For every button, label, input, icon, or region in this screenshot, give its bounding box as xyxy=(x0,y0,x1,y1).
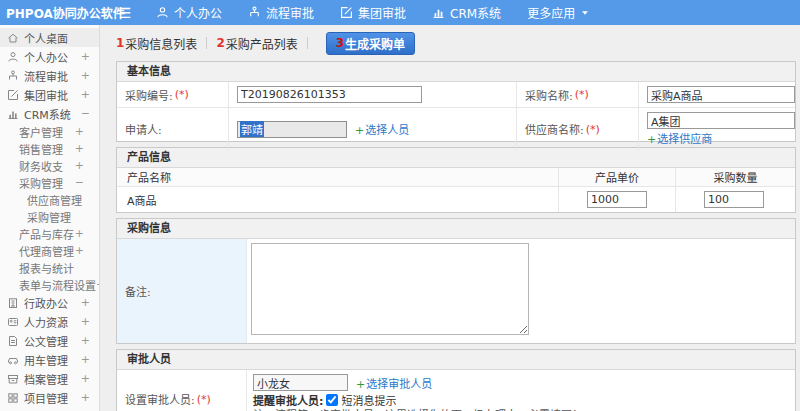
expand-icon[interactable]: + xyxy=(81,50,90,63)
expand-icon[interactable]: + xyxy=(81,315,90,328)
purchase-name-input[interactable] xyxy=(647,86,795,103)
supplier-name-input[interactable] xyxy=(647,112,795,129)
sidebar-item-document-mgmt[interactable]: 公文管理+ xyxy=(0,331,99,350)
applicant-input[interactable]: 郭靖 xyxy=(237,121,347,138)
top-nav: 个人办公流程审批集团审批CRM系统更多应用 xyxy=(156,4,590,21)
edit-icon xyxy=(7,89,19,101)
sidebar-item-project-mgmt[interactable]: 项目管理+ xyxy=(0,388,99,407)
nav-item-label: 集团审批 xyxy=(358,4,406,21)
tab-label: 采购产品列表 xyxy=(226,35,298,52)
sidebar-item-product-stock[interactable]: 产品与库存+ xyxy=(0,225,99,242)
sidebar-item-personal-office[interactable]: 个人办公+ xyxy=(0,47,99,66)
collapse-icon[interactable]: − xyxy=(75,176,84,189)
step-tabs: 1 采购信息列表 2 采购产品列表 3 生成采购单 xyxy=(116,32,800,54)
home-icon xyxy=(7,32,19,44)
approver-input[interactable] xyxy=(253,374,348,391)
expand-icon[interactable]: + xyxy=(75,227,84,240)
applicant-label: 申请人: xyxy=(117,108,229,150)
sidebar-item-vehicle-mgmt[interactable]: 用车管理+ xyxy=(0,350,99,369)
expand-icon[interactable]: + xyxy=(75,125,84,138)
sidebar-item-form-flow-setup[interactable]: 表单与流程设置+ xyxy=(0,276,99,293)
purchase-order-form: 基本信息 采购编号:(*) 采购名称:(*) xyxy=(116,61,796,411)
applicant-value: 郭靖 xyxy=(240,121,264,137)
sidebar-item-flow-approval[interactable]: 流程审批+ xyxy=(0,66,99,85)
sidebar-item-purchase-mgmt[interactable]: 采购管理− xyxy=(0,174,99,191)
sidebar-item-finance[interactable]: 财务收支+ xyxy=(0,157,99,174)
collapse-icon[interactable]: − xyxy=(81,107,90,120)
sidebar-item-admin-office[interactable]: 行政办公+ xyxy=(0,293,99,312)
chart-icon xyxy=(432,6,445,19)
expand-icon[interactable]: + xyxy=(81,88,90,101)
product-qty-input[interactable] xyxy=(704,191,764,208)
sidebar-item-personal-desktop[interactable]: 个人桌面 xyxy=(0,28,99,47)
sidebar-item-label: 档案管理 xyxy=(24,371,68,387)
expand-icon[interactable]: + xyxy=(81,334,90,347)
sidebar-item-label: 行政办公 xyxy=(24,295,68,311)
sidebar-item-archive-mgmt[interactable]: 档案管理+ xyxy=(0,369,99,388)
person-icon xyxy=(156,6,169,19)
col-product-name: 产品名称 xyxy=(117,168,558,186)
product-price-input[interactable] xyxy=(587,191,647,208)
sidebar-item-sales-mgmt[interactable]: 销售管理+ xyxy=(0,140,99,157)
sidebar-item-customer-mgmt[interactable]: 客户管理+ xyxy=(0,123,99,140)
sms-option-label: 短消息提示 xyxy=(341,392,396,408)
approval-section: 审批人员 设置审批人员:(*) +选择审批人员 提醒审批人员: xyxy=(116,349,796,411)
id-card-icon xyxy=(7,316,19,328)
nav-group-approval[interactable]: 集团审批 xyxy=(340,4,406,21)
edit-icon xyxy=(340,6,353,19)
select-approver-link[interactable]: +选择审批人员 xyxy=(356,375,432,391)
sidebar-item-reports[interactable]: 报表与统计 xyxy=(0,259,99,276)
person-icon xyxy=(7,51,19,63)
nav-item-label: 流程审批 xyxy=(266,4,314,21)
sms-checkbox[interactable] xyxy=(326,394,338,406)
expand-icon[interactable]: + xyxy=(81,69,90,82)
expand-icon[interactable]: + xyxy=(75,159,84,172)
remark-textarea[interactable] xyxy=(251,243,529,335)
select-supplier-link[interactable]: +选择供应商 xyxy=(647,130,712,146)
tab-generate-purchase-order[interactable]: 3 生成采购单 xyxy=(326,32,415,55)
sidebar-item-purchase-mgmt-sub[interactable]: 采购管理 xyxy=(0,208,99,225)
tab-purchase-product-list[interactable]: 2 采购产品列表 xyxy=(216,35,297,52)
sidebar-item-label: 个人办公 xyxy=(24,49,68,65)
sidebar: 个人桌面个人办公+流程审批+集团审批+CRM系统−客户管理+销售管理+财务收支+… xyxy=(0,25,100,411)
sidebar-item-label: CRM系统 xyxy=(24,106,71,122)
sidebar-item-supplier-mgmt[interactable]: 供应商管理 xyxy=(0,191,99,208)
nav-crm-system[interactable]: CRM系统 xyxy=(432,4,501,21)
sidebar-item-hr[interactable]: 人力资源+ xyxy=(0,312,99,331)
plus-icon: + xyxy=(355,124,364,137)
tab-number: 3 xyxy=(336,36,344,50)
purchase-info-section: 采购信息 备注: xyxy=(116,218,796,344)
expand-icon[interactable]: + xyxy=(81,296,90,309)
plus-icon: + xyxy=(356,378,365,391)
set-approver-label: 设置审批人员:(*) xyxy=(117,370,247,411)
chart-icon xyxy=(7,108,19,120)
topbar: PHPOA协同办公软件 ☰ 个人办公流程审批集团审批CRM系统更多应用 xyxy=(0,0,800,25)
select-person-link[interactable]: +选择人员 xyxy=(355,121,409,137)
tab-label: 生成采购单 xyxy=(345,35,405,52)
tab-purchase-info-list[interactable]: 1 采购信息列表 xyxy=(116,35,197,52)
expand-icon[interactable]: + xyxy=(81,391,90,404)
sidebar-item-label: 个人桌面 xyxy=(24,30,68,46)
nav-flow-approval[interactable]: 流程审批 xyxy=(248,4,314,21)
plus-icon: + xyxy=(647,133,656,146)
sidebar-item-label: 代理商管理 xyxy=(19,243,74,259)
tab-number: 2 xyxy=(216,36,224,50)
sidebar-item-label: 人力资源 xyxy=(24,314,68,330)
nav-personal-office[interactable]: 个人办公 xyxy=(156,4,222,21)
expand-icon[interactable]: + xyxy=(81,372,90,385)
purchase-name-label: 采购名称:(*) xyxy=(517,82,639,107)
car-icon xyxy=(7,354,19,366)
sidebar-item-label: 供应商管理 xyxy=(27,192,82,208)
sidebar-item-agent-mgmt[interactable]: 代理商管理+ xyxy=(0,242,99,259)
menu-toggle-icon[interactable]: ☰ xyxy=(108,5,142,21)
expand-icon[interactable]: + xyxy=(75,142,84,155)
expand-icon[interactable]: + xyxy=(75,244,84,257)
purchase-no-input[interactable] xyxy=(237,86,422,103)
sidebar-item-label: 流程审批 xyxy=(24,68,68,84)
sidebar-item-group-approval[interactable]: 集团审批+ xyxy=(0,85,99,104)
doc-icon xyxy=(7,335,19,347)
sidebar-item-crm-system[interactable]: CRM系统− xyxy=(0,104,99,123)
nav-more-apps[interactable]: 更多应用 xyxy=(527,4,590,21)
expand-icon[interactable]: + xyxy=(81,353,90,366)
flow-icon xyxy=(7,70,19,82)
